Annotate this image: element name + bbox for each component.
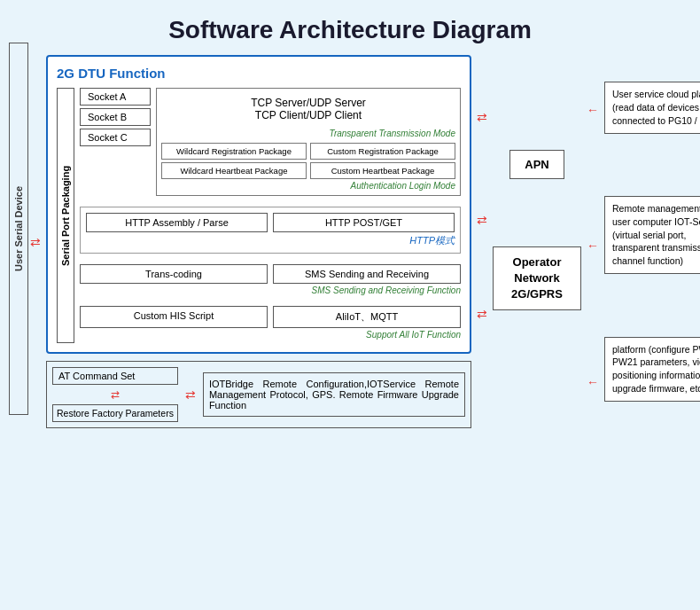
remote-mgmt-cloud: Remote management of user computer IOT-S…: [604, 196, 700, 273]
wildcard-heartbeat-pkg: Wildcard Heartbeat Package: [161, 162, 307, 179]
operator-network-box: Operator Network 2G/GPRS: [493, 246, 581, 311]
arrow-dtu-operator: ⇄: [477, 213, 487, 227]
arrow-operator-cloud3: ←: [587, 375, 599, 389]
sms-section: Trans-coding SMS Sending and Receiving S…: [80, 264, 461, 295]
platform-cloud: platform (configure PW20 / PW21 paramete…: [604, 337, 700, 402]
sms-sending-box: SMS Sending and Receiving: [273, 264, 461, 284]
wildcard-reg-pkg: Wildcard Registration Package: [161, 143, 307, 160]
apn-box: APN: [509, 150, 564, 179]
dtu-title: 2G DTU Function: [57, 66, 461, 81]
dtu-box: 2G DTU Function Serial Port Packaging So…: [46, 55, 471, 354]
custom-his-script: Custom HIS Script: [80, 306, 268, 328]
http-assembly: HTTP Assembly / Parse: [86, 213, 268, 232]
arrow-dtu-at: ⇄: [477, 307, 487, 321]
sms-label: SMS Sending and Receiving Function: [80, 285, 461, 295]
custom-heartbeat-pkg: Custom Heartbeat Package: [310, 162, 455, 179]
socket-c: Socket C: [80, 129, 151, 146]
restore-factory: Restore Factory Parameters: [52, 404, 178, 422]
at-command-set: AT Command Set: [52, 367, 178, 385]
socket-b: Socket B: [80, 108, 151, 126]
http-section: HTTP Assembly / Parse HTTP POST/GET HTTP…: [80, 207, 461, 254]
user-serial-device-label: User Serial Device: [9, 43, 28, 415]
http-mode-label: HTTP模式: [86, 234, 455, 247]
ali-iot-mqtt: AliIoT、MQTT: [273, 306, 461, 328]
arrow-dtu-apn: ⇄: [477, 110, 487, 124]
transcoding-box: Trans-coding: [80, 264, 268, 284]
page-title: Software Architecture Diagram: [168, 0, 532, 55]
at-section: AT Command Set ⇄ Restore Factory Paramet…: [46, 361, 471, 428]
arrow-operator-cloud2: ←: [587, 239, 599, 253]
arrow-apn-cloud1: ←: [587, 103, 599, 117]
at-center-arrow: ⇄: [185, 387, 196, 402]
serial-port-packaging: Serial Port Packaging: [57, 88, 74, 343]
transparent-label: Transparent Transmission Mode: [161, 129, 455, 138]
arrow-to-dtu: ⇄: [30, 235, 41, 249]
http-post-get: HTTP POST/GET: [273, 213, 455, 232]
iot-section: Custom HIS Script AliIoT、MQTT Support Al…: [80, 306, 461, 340]
tcp-udp-box: TCP Server/UDP Server TCP Client/UDP Cli…: [161, 93, 455, 125]
socket-a: Socket A: [80, 88, 151, 106]
auth-label: Authentication Login Mode: [161, 181, 455, 191]
iot-label: Support All IoT Function: [80, 330, 461, 340]
custom-reg-pkg: Custom Registration Package: [310, 143, 455, 160]
user-service-cloud: User service cloud platform (read data o…: [604, 82, 700, 133]
at-arrow: ⇄: [52, 388, 178, 401]
iot-bridge-text: IOTBridge Remote Configuration,IOTServic…: [203, 372, 465, 417]
